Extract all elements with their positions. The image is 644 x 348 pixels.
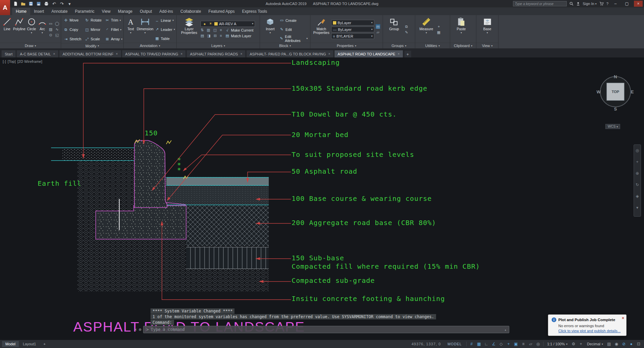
annotation-site-levels[interactable]: To suit proposed site levels xyxy=(292,150,414,159)
leader-kerb-edge[interactable] xyxy=(142,89,291,145)
file-tab[interactable]: ASPHAL TO TPAVED PARKING× xyxy=(122,50,186,57)
lineweight-select[interactable]: ≡ BYLAYER ▾ xyxy=(331,33,374,39)
tab-close-icon[interactable]: × xyxy=(328,52,330,56)
history-expand-icon[interactable]: ▴ xyxy=(504,328,506,332)
transparency-icon[interactable]: ▱ xyxy=(527,341,534,347)
navigation-bar[interactable]: ◎ + ⊕ ↻ ◈ ▾ xyxy=(634,144,641,217)
ortho-mode-icon[interactable]: ∟ xyxy=(483,341,490,347)
base-dropdown-icon[interactable]: ▾ xyxy=(486,32,488,34)
polar-tracking-icon[interactable]: ∠ xyxy=(490,341,497,347)
graphics-performance-icon[interactable]: ⊘ xyxy=(620,341,627,347)
linetype-select[interactable]: — ByLayer ▾ xyxy=(331,27,374,32)
view-panel-footer[interactable]: View ▾ xyxy=(476,43,498,48)
layer-properties-button[interactable]: Layer Properties xyxy=(179,16,199,43)
console-close-icon[interactable]: × xyxy=(134,327,137,332)
polyline-button[interactable]: Polyline xyxy=(13,16,26,43)
tab-close-icon[interactable]: × xyxy=(181,52,183,56)
arc-button[interactable]: Arc ▾ xyxy=(38,16,47,43)
object-snap-tracking-icon[interactable]: + xyxy=(505,341,512,347)
new-file-icon[interactable] xyxy=(13,1,18,6)
autodesk-account-icon[interactable] xyxy=(576,2,580,6)
table-button[interactable]: ▦Table xyxy=(155,35,175,43)
wcs-selector[interactable]: WCS ▾ xyxy=(605,124,620,129)
sub-base-layer[interactable] xyxy=(186,247,269,269)
file-tab[interactable]: ASPHALT- PAVED PA...G TO BLOCK PAVING× xyxy=(246,50,334,57)
aggregate-base-layer[interactable] xyxy=(186,206,269,246)
viewport-view-control[interactable]: [Top] xyxy=(8,59,16,63)
application-menu-button[interactable]: A xyxy=(0,0,10,15)
grid-display-icon[interactable]: # xyxy=(468,341,475,347)
open-file-icon[interactable] xyxy=(20,1,26,6)
mirror-button[interactable]: ◫Mirror xyxy=(85,26,101,34)
dimension-dropdown-icon[interactable]: ▾ xyxy=(144,32,146,34)
copy-button[interactable]: ⧉Copy xyxy=(63,26,81,34)
ribbon-tab-manage[interactable]: Manage xyxy=(114,8,136,15)
draw-panel-footer[interactable]: Draw ▾ xyxy=(0,43,61,48)
text-button[interactable]: A Text ▾ xyxy=(126,16,135,43)
search-input[interactable] xyxy=(513,1,567,6)
asphalt-layer[interactable] xyxy=(166,177,269,185)
ribbon-tab-addins[interactable]: Add-ins xyxy=(156,8,177,15)
new-drawing-tab-button[interactable]: + xyxy=(404,51,411,57)
workspace-switching-icon[interactable]: ⚙ xyxy=(570,341,577,347)
units-control[interactable]: Decimal ▾ xyxy=(585,342,605,346)
leader-landscaping[interactable] xyxy=(82,63,291,159)
circle-dropdown-icon[interactable]: ▾ xyxy=(31,32,32,34)
tab-close-icon[interactable]: × xyxy=(398,52,400,56)
file-tab[interactable]: ASPHALT PARKING ROADS× xyxy=(186,50,246,57)
scale-button[interactable]: ⤢Scale xyxy=(85,35,101,43)
line-button[interactable]: Line xyxy=(2,16,12,43)
block-panel-footer[interactable]: Block ▾ xyxy=(260,43,310,48)
annotation-mortar-bed[interactable]: 20 Mortar bed xyxy=(292,131,349,139)
layout1-tab[interactable]: Layout1 xyxy=(19,341,39,347)
text-dropdown-icon[interactable]: ▾ xyxy=(130,32,131,34)
annotation-asphalt-road[interactable]: 50 Asphalt road xyxy=(292,167,357,175)
ribbon-tab-annotate[interactable]: Annotate xyxy=(48,8,71,15)
viewport-visual-style-control[interactable]: [2D Wireframe] xyxy=(17,59,42,63)
ellipse-icon[interactable]: ◯ xyxy=(55,21,59,26)
utilities-panel-footer[interactable]: Utilities ▾ xyxy=(415,43,450,48)
kerb-width-dimension[interactable]: 150 xyxy=(144,129,158,137)
minimize-button[interactable]: – xyxy=(611,1,620,7)
quick-properties-icon[interactable]: ▤ xyxy=(606,341,612,347)
properties-panel-footer[interactable]: Properties ▾ xyxy=(310,43,383,48)
ribbon-tab-parametric[interactable]: Parametric xyxy=(71,8,98,15)
groups-panel-footer[interactable]: Groups ▾ xyxy=(383,43,415,48)
lineweight-display-icon[interactable]: ≡ xyxy=(520,341,527,347)
viewport-minus-control[interactable]: [-] xyxy=(3,59,6,63)
ribbon-tab-output[interactable]: Output xyxy=(136,8,156,15)
annotation-aggregate-base[interactable]: 200 Aggregate road base (CBR 80%) xyxy=(292,219,436,227)
spline-icon[interactable]: ∿ xyxy=(55,27,59,32)
annotation-footing[interactable]: Insitu concrete footing & haunching xyxy=(292,295,445,303)
annotation-base-course[interactable]: 100 Base course & wearing course xyxy=(292,194,432,203)
ribbon-tab-featured-apps[interactable]: Featured Apps xyxy=(205,8,238,15)
undo-icon[interactable]: ↶ xyxy=(51,1,57,6)
viewcube-top-label[interactable]: TOP xyxy=(612,90,619,94)
base-button[interactable]: Base ▾ xyxy=(479,16,496,43)
save-icon[interactable] xyxy=(28,1,34,6)
quick-calc-icon[interactable]: ▦ xyxy=(436,30,441,35)
annotation-sub-grade[interactable]: Compacted sub-grade xyxy=(292,276,375,285)
object-snap-icon[interactable]: ▣ xyxy=(513,341,519,347)
viewcube[interactable]: TOP N W E S xyxy=(595,70,636,114)
make-current-button[interactable]: √Make Current xyxy=(225,28,254,33)
arc-dropdown-icon[interactable]: ▾ xyxy=(42,32,43,34)
share-feedback-icon[interactable]: ● xyxy=(628,341,635,347)
tab-close-icon[interactable]: × xyxy=(53,52,55,56)
circle-button[interactable]: Circle ▾ xyxy=(27,16,36,43)
match-layer-button[interactable]: ▤Match Layer xyxy=(225,34,252,38)
ungroup-icon[interactable]: ⧉ xyxy=(404,24,409,29)
annotation-scale-control[interactable]: 1:1 / 100% ▾ xyxy=(545,342,570,346)
measure-dropdown-icon[interactable]: ▾ xyxy=(426,32,427,34)
notification-link[interactable]: Click to view plot and publish details..… xyxy=(558,329,623,333)
help-icon[interactable]: ? xyxy=(606,2,608,6)
file-tab[interactable]: A-C BASE DETAIL× xyxy=(16,50,58,57)
match-properties-button[interactable]: Match Properties xyxy=(313,16,330,43)
layer-select[interactable]: ● ☀ AR-REV A ▾ xyxy=(201,21,255,27)
isodraft-icon[interactable]: ◇ xyxy=(498,341,505,347)
save-as-icon[interactable] xyxy=(36,1,41,6)
ribbon-tab-home[interactable]: Home xyxy=(12,8,30,15)
cad-drawing[interactable]: * * * 150 Landscaping 150x305 Standard r… xyxy=(0,57,644,340)
group-edit-icon[interactable]: ✎ xyxy=(404,30,409,35)
file-tab[interactable]: ADDITIONAL BOTTOM REINF× xyxy=(59,50,121,57)
